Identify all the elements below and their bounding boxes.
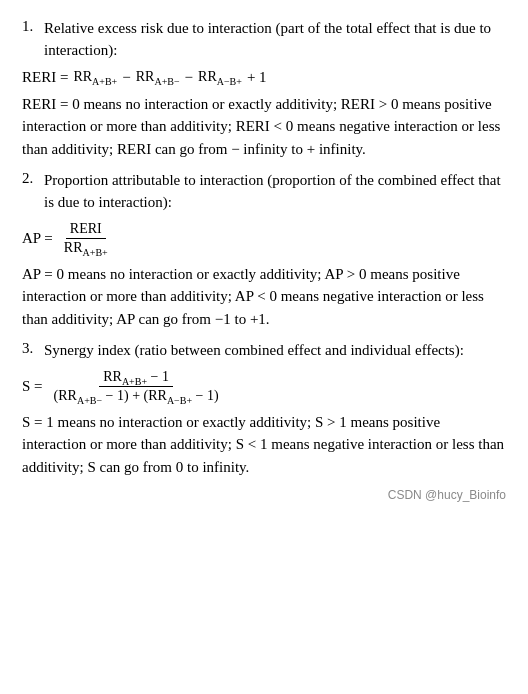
s-lhs: S = [22,378,43,395]
s-formula: S = RRA+B+ − 1 (RRA+B− − 1) + (RRA−B+ − … [22,369,506,404]
minus-1: − [122,69,130,86]
section-3: 3. Synergy index (ratio between combined… [22,340,506,478]
item-heading-3: Synergy index (ratio between combined ef… [44,340,506,362]
s-numerator: RRA+B+ − 1 [99,369,173,387]
s-fraction: RRA+B+ − 1 (RRA+B− − 1) + (RRA−B+ − 1) [50,369,223,404]
minus-2: − [185,69,193,86]
rr-ab-plus: RRA+B+ [73,69,117,85]
ap-numerator: RERI [66,221,106,239]
item-number-3: 3. [22,340,44,362]
reri-description: RERI = 0 means no interaction or exactly… [22,93,506,161]
reri-formula: RERI = RRA+B+ − RRA+B− − RRA−B+ + 1 [22,69,506,86]
item-number-1: 1. [22,18,44,62]
plus-1: + 1 [247,69,267,86]
ap-lhs: AP = [22,230,53,247]
reri-lhs: RERI = [22,69,68,86]
item-heading-1: Relative excess risk due to interaction … [44,18,506,62]
ap-denominator: RRA+B+ [60,239,112,256]
item-heading-2: Proportion attributable to interaction (… [44,170,506,214]
numbered-item-3: 3. Synergy index (ratio between combined… [22,340,506,362]
section-2: 2. Proportion attributable to interactio… [22,170,506,330]
s-description: S = 1 means no interaction or exactly ad… [22,411,506,479]
watermark: CSDN @hucy_Bioinfo [22,488,506,502]
ap-formula: AP = RERI RRA+B+ [22,221,506,256]
s-denominator: (RRA+B− − 1) + (RRA−B+ − 1) [50,387,223,404]
rr-minusb-plus: RRA−B+ [198,69,242,85]
item-number-2: 2. [22,170,44,214]
numbered-item-1: 1. Relative excess risk due to interacti… [22,18,506,62]
ap-fraction: RERI RRA+B+ [60,221,112,256]
rr-ab-minus: RRA+B− [136,69,180,85]
section-1: 1. Relative excess risk due to interacti… [22,18,506,160]
numbered-item-2: 2. Proportion attributable to interactio… [22,170,506,214]
ap-description: AP = 0 means no interaction or exactly a… [22,263,506,331]
